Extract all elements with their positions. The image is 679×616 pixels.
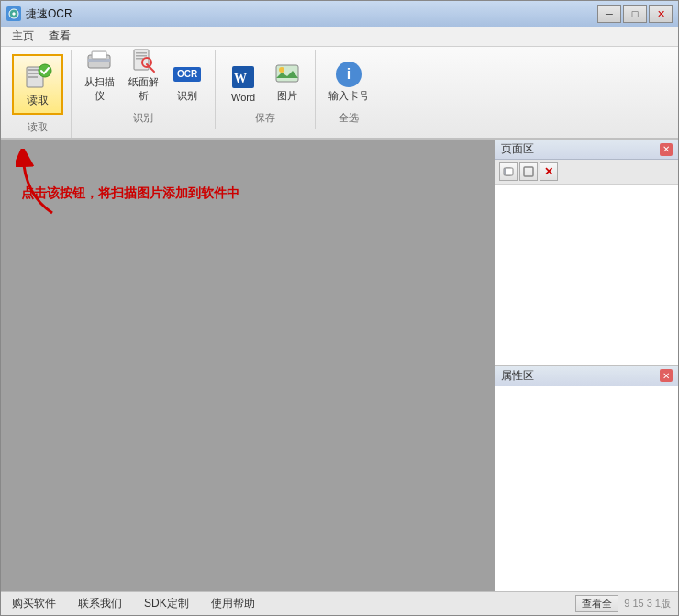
status-left: 购买软件 联系我们 SDK定制 使用帮助 (8, 596, 259, 611)
hint-text: 点击该按钮，将扫描图片添加到软件中 (21, 185, 239, 202)
status-contact[interactable]: 联系我们 (74, 596, 126, 611)
ocr-identify-button[interactable]: OCR 识别 (167, 54, 207, 106)
page-panel-close-button[interactable]: ✕ (660, 143, 673, 156)
svg-rect-11 (136, 52, 147, 54)
view-all-button[interactable]: 查看全 (575, 595, 618, 612)
scanner-button[interactable]: 从扫描仪 (79, 54, 119, 106)
property-panel-header: 属性区 ✕ (495, 366, 678, 386)
read-icon (23, 62, 52, 91)
status-bar: 购买软件 联系我们 SDK定制 使用帮助 查看全 9 15 3 1版 (1, 591, 678, 615)
version-watermark: 9 15 3 1版 (624, 597, 671, 610)
input-card-icon: i (336, 62, 362, 87)
svg-text:W: W (234, 72, 247, 85)
page-parse-button[interactable]: 纸面解析 (123, 54, 163, 106)
ribbon-group-save-label: 保存 (255, 109, 275, 125)
svg-rect-21 (524, 167, 533, 176)
ribbon-group-read: 读取 读取 (5, 50, 72, 138)
image-icon (274, 62, 300, 87)
main-window: 捷速OCR ─ □ ✕ 主页 查看 (0, 0, 679, 616)
ribbon-group-read-buttons: 读取 (12, 50, 63, 118)
svg-rect-9 (93, 52, 106, 58)
status-right: 查看全 9 15 3 1版 (575, 595, 671, 612)
ribbon-content: 读取 读取 (5, 50, 674, 138)
read-button-label: 读取 (27, 93, 49, 108)
ribbon-group-read-label: 读取 (28, 118, 48, 134)
svg-point-18 (279, 67, 284, 73)
page-panel-add-button[interactable] (499, 162, 518, 181)
ribbon-group-select-label: 全选 (339, 109, 359, 125)
ribbon-group-scan-buttons: 从扫描仪 纸面解 (79, 50, 207, 109)
read-button[interactable]: 读取 (12, 54, 63, 115)
svg-rect-13 (136, 58, 143, 60)
ribbon-group-select-buttons: i 输入卡号 (323, 50, 374, 109)
image-button[interactable]: 图片 (267, 54, 307, 106)
ribbon-group-save: W Word 图片 (216, 50, 316, 129)
word-button[interactable]: W Word (223, 54, 263, 106)
info-circle-icon: i (336, 62, 362, 87)
title-bar: 捷速OCR ─ □ ✕ (1, 1, 678, 27)
word-button-label: Word (231, 92, 255, 103)
page-panel-content (495, 185, 678, 365)
svg-rect-20 (506, 168, 513, 175)
maximize-button[interactable]: □ (623, 5, 647, 23)
page-panel-header: 页面区 ✕ (495, 140, 678, 160)
page-panel: 页面区 ✕ ✕ (495, 140, 678, 366)
menu-bar: 主页 查看 (1, 27, 678, 47)
ribbon: 读取 读取 (1, 47, 678, 140)
app-icon (6, 6, 21, 21)
menu-home[interactable]: 主页 (5, 27, 41, 46)
close-button[interactable]: ✕ (649, 5, 673, 23)
property-panel-close-button[interactable]: ✕ (660, 369, 673, 382)
right-panels: 页面区 ✕ ✕ (495, 140, 678, 591)
input-card-button[interactable]: i 输入卡号 (323, 54, 374, 106)
status-help[interactable]: 使用帮助 (207, 596, 259, 611)
ribbon-group-scan-label: 识别 (133, 109, 153, 125)
ribbon-group-select: i 输入卡号 全选 (316, 50, 382, 129)
window-title: 捷速OCR (26, 6, 597, 22)
status-buy[interactable]: 购买软件 (8, 596, 60, 611)
page-panel-toolbar: ✕ (495, 160, 678, 185)
image-button-label: 图片 (277, 89, 297, 103)
main-content: 点击该按钮，将扫描图片添加到软件中 页面区 ✕ (1, 140, 678, 591)
page-panel-delete-button[interactable]: ✕ (540, 162, 558, 181)
minimize-button[interactable]: ─ (597, 5, 621, 23)
ribbon-group-scan: 从扫描仪 纸面解 (72, 50, 216, 129)
page-parse-button-label: 纸面解析 (126, 75, 161, 103)
page-panel-title: 页面区 (501, 141, 534, 157)
input-card-button-label: 输入卡号 (328, 89, 369, 103)
property-panel-content (495, 386, 678, 592)
ribbon-group-save-buttons: W Word 图片 (223, 50, 307, 109)
status-sdk[interactable]: SDK定制 (140, 596, 193, 611)
page-panel-view-button[interactable] (519, 162, 538, 181)
property-panel: 属性区 ✕ (495, 366, 678, 592)
ocr-identify-button-label: 识别 (177, 89, 197, 103)
ocr-icon: OCR (174, 62, 200, 87)
svg-rect-17 (276, 65, 298, 82)
word-icon: W (230, 64, 256, 90)
scanner-icon (86, 48, 112, 73)
scanner-button-label: 从扫描仪 (82, 75, 117, 103)
page-parse-icon (130, 48, 156, 73)
svg-rect-12 (136, 55, 147, 57)
property-panel-title: 属性区 (501, 368, 534, 384)
menu-view[interactable]: 查看 (41, 27, 78, 46)
window-controls: ─ □ ✕ (597, 5, 673, 23)
left-area: 点击该按钮，将扫描图片添加到软件中 (1, 140, 495, 591)
svg-rect-4 (28, 76, 38, 78)
